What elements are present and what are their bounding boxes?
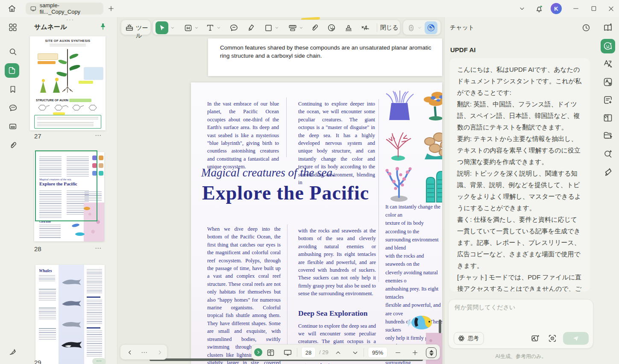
ai-file-organize-button[interactable] (603, 130, 613, 141)
pin-icon (99, 22, 107, 31)
whats-new-button[interactable] (603, 167, 613, 177)
zoom-in-button[interactable] (410, 347, 420, 358)
side-by-side-view-button[interactable] (603, 113, 613, 123)
chevron-down-icon[interactable] (299, 26, 304, 30)
sidebar-item-comments[interactable] (7, 102, 19, 114)
sticker-tool-button[interactable] (326, 23, 337, 33)
document-view-area[interactable]: Common features shared by these compound… (117, 17, 444, 364)
close-toolbar-button[interactable]: 閉じる (380, 24, 399, 32)
thumb27-leaf (69, 53, 79, 59)
zoom-level-input[interactable]: 95% (368, 347, 387, 358)
thumbnail-page-29[interactable]: Whales (35, 265, 105, 364)
history-forward-button[interactable] (155, 347, 165, 358)
title-bar: sample-fil..._Copy_Copy K (0, 0, 619, 17)
thumb27-cell-cone (53, 81, 60, 93)
sidebar-item-attachments[interactable] (7, 139, 19, 151)
stamp-tool-button[interactable] (343, 23, 354, 33)
assistant-name: UPDF AI (450, 46, 475, 53)
ai-search-button[interactable] (603, 149, 613, 159)
chevron-down-icon[interactable] (194, 26, 199, 30)
pin-panel-button[interactable] (99, 22, 107, 32)
thumb28-viewport-rect[interactable] (35, 150, 97, 221)
chat-panel-title: チャット (450, 24, 474, 32)
text-tool-button[interactable] (205, 23, 215, 33)
ai-chat-button[interactable] (601, 39, 615, 53)
home-button[interactable] (7, 3, 17, 14)
chevron-down-icon[interactable] (170, 26, 175, 30)
fit-page-button[interactable] (426, 347, 437, 358)
page28-col1-bottom: When we dive deep into the bottom of the… (207, 225, 281, 364)
expand-controls-button[interactable] (254, 348, 262, 356)
sidebar-item-search[interactable] (7, 46, 19, 58)
tools-button[interactable]: ツール (121, 20, 151, 35)
new-tab-button[interactable] (106, 3, 116, 14)
chat-history-button[interactable] (581, 22, 592, 33)
toolbar-divider (377, 23, 377, 32)
thumb28-menu-button[interactable]: ⋯ (95, 244, 102, 252)
previous-page-button[interactable] (333, 347, 343, 358)
notifications-button[interactable] (534, 3, 544, 14)
next-page-button[interactable] (350, 347, 360, 358)
page-28[interactable]: In the vast embrace of our blue planet, … (191, 82, 442, 364)
attach-file-tool-button[interactable] (309, 23, 320, 33)
select-tool-button[interactable] (155, 21, 168, 34)
bell-icon (534, 4, 544, 13)
comment-tool-button[interactable] (229, 23, 239, 33)
highlighter-tool-button[interactable] (246, 23, 256, 33)
history-back-button[interactable] (125, 347, 135, 358)
page-menu-button[interactable]: ⋯ (139, 347, 150, 358)
avatar-initial: K (554, 6, 558, 12)
maximize-button[interactable] (589, 3, 599, 14)
zoom-out-button[interactable] (393, 347, 403, 358)
paperclip-icon (8, 141, 18, 150)
thumbnail-page-27[interactable]: SITE OF AUXIN SYNTHESIS STRUCTURE OF AUX… (30, 36, 106, 130)
chevron-down-icon[interactable] (216, 26, 221, 30)
measure-tool-button[interactable] (287, 23, 298, 33)
page-layout-button[interactable] (265, 347, 276, 358)
thumb27-menu-button[interactable]: ⋯ (95, 132, 102, 139)
ai-translate-page-button[interactable] (603, 77, 613, 87)
titlebar-collapse-button[interactable] (517, 3, 527, 14)
page-27[interactable]: Common features shared by these compound… (208, 38, 442, 76)
close-window-button[interactable] (606, 3, 616, 14)
page-number-input[interactable]: 28 (301, 347, 316, 358)
minimize-button[interactable] (571, 3, 581, 14)
sidebar-item-bookmarks[interactable] (7, 83, 19, 95)
ai-summarize-button[interactable] (603, 95, 613, 105)
screenshot-button[interactable] (548, 334, 558, 344)
header-footer-tool-button[interactable] (183, 23, 193, 33)
shape-tool-button[interactable] (263, 23, 273, 33)
home-icon (7, 4, 17, 13)
chat-input[interactable] (455, 304, 587, 326)
ai-translate-selection-button[interactable] (603, 59, 613, 69)
note-sparkle-icon (603, 95, 613, 105)
ai-assistant-mode-button[interactable] (406, 23, 416, 33)
ai-read-button[interactable] (603, 23, 613, 33)
thumb28-coral-mini (99, 156, 103, 160)
reading-mode-button[interactable] (282, 347, 293, 358)
sidebar-item-pages[interactable] (7, 120, 19, 132)
vertical-scrollbar[interactable] (439, 320, 441, 333)
chevron-down-icon[interactable] (274, 26, 279, 30)
chevron-down-icon[interactable] (417, 26, 422, 30)
insert-image-button[interactable] (531, 334, 541, 344)
send-icon (572, 335, 580, 342)
ai-chat-panel: チャット UPDF AI こんにちは、私はUPDF AIです、あなたのドキュメン… (444, 17, 597, 364)
sidebar-item-thumbnails[interactable] (5, 63, 19, 78)
close-label: 閉じる (380, 24, 399, 31)
signature-tool-button[interactable] (360, 23, 370, 33)
tab-title: sample-fil..._Copy_Copy (40, 2, 99, 15)
document-tab[interactable]: sample-fil..._Copy_Copy (26, 3, 103, 15)
avatar[interactable]: K (551, 3, 562, 14)
sidebar-item-pen-settings[interactable] (7, 346, 19, 358)
thinking-mode-button[interactable]: 思考 (454, 332, 484, 345)
panel-grid-button[interactable] (7, 21, 19, 33)
thumb27-caption-lines (50, 44, 86, 47)
panel-drag-handle[interactable]: ··· (66, 16, 74, 23)
send-button[interactable] (563, 332, 589, 345)
plus-icon (411, 349, 419, 356)
updf-ai-button[interactable] (425, 21, 437, 34)
maximize-icon (590, 5, 597, 12)
nav-divider (364, 348, 364, 357)
thumb29-menu-button[interactable]: ⋯ (92, 358, 106, 364)
